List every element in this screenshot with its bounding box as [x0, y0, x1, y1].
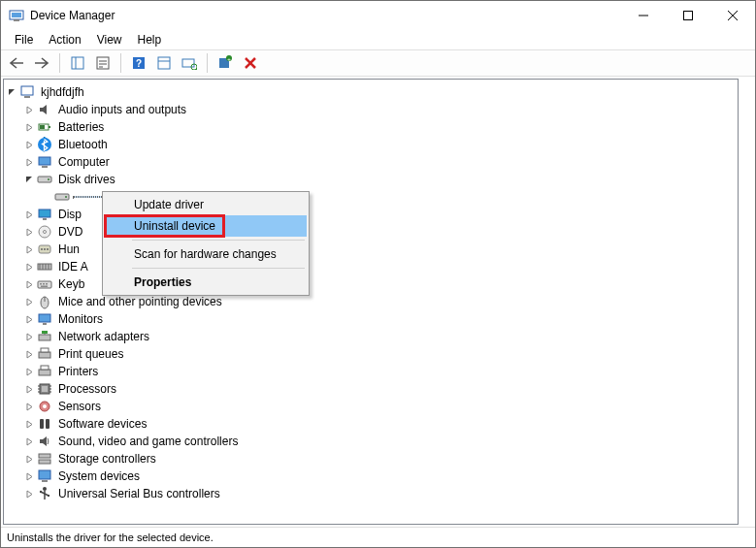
tree-category[interactable]: Bluetooth — [6, 136, 736, 153]
svg-rect-1 — [12, 13, 21, 17]
expand-icon[interactable] — [23, 261, 35, 273]
svg-line-19 — [196, 69, 197, 70]
expand-icon[interactable] — [23, 453, 35, 465]
svg-rect-67 — [42, 386, 48, 392]
action-button[interactable] — [152, 51, 176, 75]
expand-icon[interactable] — [23, 313, 35, 325]
forward-button[interactable] — [30, 51, 53, 75]
expand-icon[interactable] — [23, 121, 35, 133]
tree-category-label: Print queues — [56, 345, 125, 363]
help-button[interactable]: ? — [127, 51, 150, 75]
svg-point-43 — [44, 248, 46, 250]
ide-icon — [37, 259, 52, 274]
toolbar-separator — [120, 53, 121, 73]
tree-category[interactable]: Computer — [6, 153, 736, 171]
close-button[interactable] — [710, 1, 755, 30]
expand-icon[interactable] — [23, 470, 35, 482]
tree-category[interactable]: Processors — [6, 380, 736, 398]
expand-icon[interactable] — [23, 296, 35, 307]
tree-category-label: Sound, video and game controllers — [56, 433, 240, 450]
svg-rect-81 — [42, 480, 48, 482]
context-menu-separator — [132, 240, 305, 241]
back-button[interactable] — [5, 51, 28, 75]
expand-icon[interactable] — [23, 156, 35, 168]
tree-category[interactable]: Monitors — [6, 310, 736, 328]
properties-button[interactable] — [91, 51, 115, 75]
tree-category[interactable]: Sound, video and game controllers — [6, 433, 736, 450]
svg-point-40 — [44, 231, 47, 234]
tree-category-label: Monitors — [56, 310, 105, 328]
tree-category-label: Disp — [56, 206, 83, 223]
menu-help[interactable]: Help — [130, 31, 170, 48]
svg-rect-54 — [41, 286, 48, 288]
add-hardware-button[interactable]: + — [214, 51, 237, 75]
expand-icon[interactable] — [23, 331, 35, 342]
expand-icon[interactable] — [23, 435, 35, 447]
menu-file[interactable]: File — [7, 31, 41, 48]
tree-category[interactable]: Print queues — [6, 345, 736, 363]
monitor-icon — [37, 311, 52, 327]
tree-category[interactable]: Universal Serial Bus controllers — [6, 485, 736, 502]
tree-category[interactable]: Printers — [6, 363, 736, 380]
tree-category-label: DVD — [56, 223, 84, 241]
status-bar: Uninstalls the driver for the selected d… — [1, 528, 755, 547]
tree-category[interactable]: Audio inputs and outputs — [6, 101, 736, 118]
expand-icon[interactable] — [23, 348, 35, 360]
tree-category-label: Sensors — [56, 398, 103, 415]
tree-category-label: Batteries — [56, 118, 106, 136]
sound-icon — [37, 434, 52, 449]
expand-icon[interactable] — [23, 104, 35, 115]
expand-icon[interactable] — [23, 226, 35, 238]
tree-category[interactable]: Batteries — [6, 118, 736, 136]
expand-icon[interactable] — [23, 488, 35, 500]
expand-icon[interactable] — [23, 139, 35, 150]
status-text: Uninstalls the driver for the selected d… — [7, 532, 214, 543]
printer-icon — [37, 364, 52, 379]
uninstall-button[interactable] — [239, 51, 262, 75]
svg-rect-59 — [39, 335, 50, 340]
maximize-button[interactable] — [666, 1, 710, 30]
svg-point-86 — [40, 491, 42, 493]
tree-category[interactable]: Storage controllers — [6, 450, 736, 467]
menu-view[interactable]: View — [89, 31, 130, 48]
expand-icon[interactable] — [23, 209, 35, 220]
expand-icon[interactable] — [23, 401, 35, 412]
content-area: kjhdfdjfh Audio inputs and outputs Batte… — [1, 77, 755, 528]
toolbar-separator — [59, 53, 60, 73]
collapse-icon[interactable] — [23, 174, 35, 185]
expand-icon[interactable] — [23, 418, 35, 430]
computer-icon — [19, 84, 35, 100]
svg-rect-63 — [41, 348, 49, 352]
tree-category[interactable]: Disk drives — [6, 171, 736, 188]
tree-category[interactable]: Network adapters — [6, 328, 736, 345]
expand-icon[interactable] — [23, 383, 35, 395]
svg-rect-28 — [49, 126, 50, 128]
expand-icon[interactable] — [23, 243, 35, 255]
tree-category-label: Bluetooth — [56, 136, 110, 153]
collapse-icon[interactable] — [6, 86, 17, 98]
audio-icon — [37, 102, 52, 117]
tree-category[interactable]: Sensors — [6, 398, 736, 415]
ctx-update-driver[interactable]: Update driver — [105, 194, 307, 215]
ctx-properties[interactable]: Properties — [105, 272, 307, 293]
ctx-scan-for-hardware-changes[interactable]: Scan for hardware changes — [105, 243, 307, 265]
scan-hardware-button[interactable] — [178, 51, 201, 75]
tree-category[interactable]: Software devices — [6, 415, 736, 433]
show-hide-console-button[interactable] — [66, 51, 89, 75]
menu-action[interactable]: Action — [41, 31, 88, 48]
expand-icon[interactable] — [23, 278, 35, 290]
tree-category-label: Software devices — [56, 415, 148, 433]
svg-rect-79 — [39, 460, 50, 464]
svg-rect-77 — [46, 419, 49, 429]
disk-icon — [54, 189, 70, 205]
storage-icon — [37, 451, 52, 467]
device-tree-panel[interactable]: kjhdfdjfh Audio inputs and outputs Batte… — [3, 79, 739, 525]
minimize-button[interactable] — [621, 1, 666, 30]
expand-icon[interactable] — [23, 366, 35, 377]
ctx-uninstall-device[interactable]: Uninstall device — [105, 215, 307, 237]
tree-root[interactable]: kjhdfdjfh — [6, 83, 736, 101]
svg-rect-7 — [72, 57, 83, 69]
context-menu: Update driverUninstall deviceScan for ha… — [102, 191, 310, 296]
svg-rect-15 — [158, 57, 170, 69]
tree-category[interactable]: System devices — [6, 467, 736, 485]
